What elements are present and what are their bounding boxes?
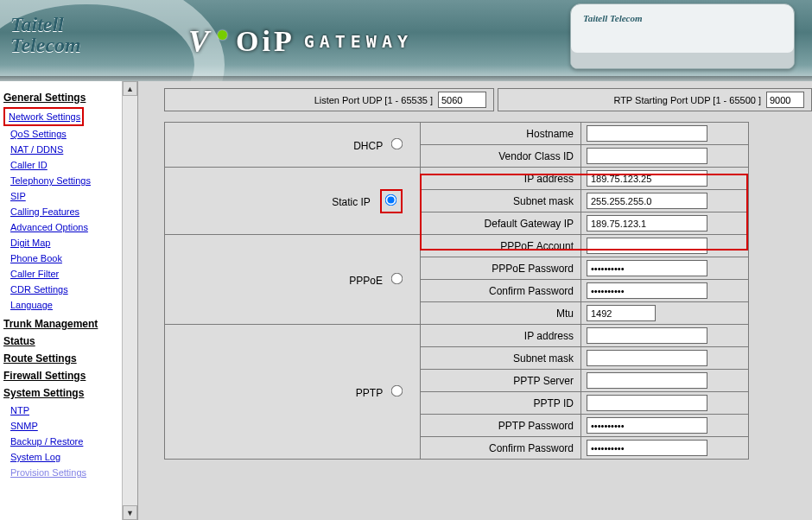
hostname-label: Hostname: [421, 123, 581, 145]
sidebar-scrollbar[interactable]: ▲ ▼: [122, 81, 137, 520]
dhcp-radio[interactable]: [391, 137, 403, 149]
pptp-password-label: PPTP Password: [421, 415, 581, 437]
scroll-down-icon[interactable]: ▼: [123, 505, 137, 520]
sidebar-link-sip[interactable]: SIP: [3, 188, 134, 204]
pptp-label: PPTP: [356, 387, 383, 399]
pptp-server-label: PPTP Server: [421, 370, 581, 392]
logo-word1: OiP: [236, 27, 295, 56]
hostname-input[interactable]: [587, 125, 707, 142]
pptp-ip-label: IP address: [421, 325, 581, 347]
product-logo: V OiP GATEWAY: [188, 26, 413, 57]
pppoe-account-input[interactable]: [587, 238, 707, 254]
rtp-port-label: RTP Starting Port UDP [1 - 65500 ]: [613, 95, 761, 105]
listen-port-input[interactable]: [438, 92, 486, 108]
pppoe-confirm-label: Confirm Password: [421, 280, 581, 302]
pptp-confirm-label: Confirm Password: [421, 437, 581, 460]
pppoe-password-input[interactable]: [587, 260, 707, 276]
pptp-ip-input[interactable]: [587, 327, 707, 344]
ip-address-label: IP address: [421, 168, 581, 190]
brand-name: Taitell Telecom: [10, 14, 81, 55]
gateway-ip-label: Default Gateway IP: [421, 212, 581, 235]
scroll-up-icon[interactable]: ▲: [123, 81, 137, 96]
sidebar-cat-system[interactable]: System Settings: [3, 387, 134, 399]
app-header: Taitell Telecom V OiP GATEWAY Taitell Te…: [0, 0, 812, 81]
sidebar-link-cdr-settings[interactable]: CDR Settings: [3, 282, 134, 297]
sidebar-link-network-settings[interactable]: Network Settings: [7, 109, 80, 124]
sidebar-link-backup-restore[interactable]: Backup / Restore: [3, 434, 134, 449]
pppoe-label: PPPoE: [349, 275, 383, 287]
logo-word2: GATEWAY: [304, 33, 413, 50]
static-group-cell: Static IP: [165, 168, 421, 235]
logo-dot-icon: [218, 30, 227, 40]
vendor-class-input[interactable]: [587, 148, 707, 164]
highlight-network-settings: Network Settings: [3, 107, 84, 126]
sidebar-cat-general[interactable]: General Settings: [3, 92, 134, 104]
pptp-server-input[interactable]: [587, 372, 707, 389]
sidebar-link-calling-features[interactable]: Calling Features: [3, 204, 134, 219]
brand-line2: Telecom: [10, 35, 81, 55]
pppoe-radio[interactable]: [391, 272, 403, 284]
sidebar-cat-trunk[interactable]: Trunk Management: [3, 318, 134, 330]
sidebar-link-qos-settings[interactable]: QoS Settings: [3, 126, 134, 142]
pptp-confirm-input[interactable]: [587, 440, 707, 456]
sidebar-link-advanced-options[interactable]: Advanced Options: [3, 219, 134, 235]
logo-v-icon: V: [188, 26, 209, 57]
network-config-table: DHCP Hostname Vendor Class ID Static IP: [164, 122, 749, 460]
sidebar-link-phone-book[interactable]: Phone Book: [3, 250, 134, 266]
device-brand-label: Taitell Telecom: [583, 13, 643, 23]
rtp-port-cell: RTP Starting Port UDP [1 - 65500 ]: [498, 88, 812, 111]
pppoe-group-cell: PPPoE: [165, 235, 421, 325]
subnet-mask-input[interactable]: [587, 193, 707, 209]
pptp-id-label: PPTP ID: [421, 392, 581, 415]
static-label: Static IP: [332, 196, 370, 208]
pptp-radio[interactable]: [391, 384, 403, 396]
sidebar-link-ntp[interactable]: NTP: [3, 403, 134, 418]
rtp-port-input[interactable]: [766, 92, 804, 108]
sidebar-link-provision-settings[interactable]: Provision Settings: [3, 465, 134, 480]
sidebar-link-nat-ddns[interactable]: NAT / DDNS: [3, 142, 134, 157]
highlight-static-radio: [380, 189, 403, 213]
listen-port-label: Listen Port UDP [1 - 65535 ]: [314, 95, 433, 105]
sidebar-link-system-log[interactable]: System Log: [3, 449, 134, 465]
pppoe-account-label: PPPoE Account: [421, 235, 581, 257]
vendor-class-label: Vendor Class ID: [421, 145, 581, 168]
listen-port-cell: Listen Port UDP [1 - 65535 ]: [164, 88, 494, 111]
sidebar: General Settings Network Settings QoS Se…: [0, 81, 138, 520]
pppoe-password-label: PPPoE Password: [421, 257, 581, 280]
mtu-label: Mtu: [421, 302, 581, 325]
port-row: Listen Port UDP [1 - 65535 ] RTP Startin…: [164, 88, 812, 111]
sidebar-link-caller-filter[interactable]: Caller Filter: [3, 266, 134, 282]
content-area: Listen Port UDP [1 - 65535 ] RTP Startin…: [138, 81, 812, 520]
sidebar-link-language[interactable]: Language: [3, 297, 134, 313]
sidebar-link-digit-map[interactable]: Digit Map: [3, 235, 134, 250]
brand-line1: Taitell: [10, 14, 81, 35]
sidebar-link-caller-id[interactable]: Caller ID: [3, 157, 134, 173]
pptp-mask-label: Subnet mask: [421, 347, 581, 370]
sidebar-link-snmp[interactable]: SNMP: [3, 418, 134, 434]
sidebar-cat-route[interactable]: Route Settings: [3, 352, 134, 365]
pppoe-confirm-input[interactable]: [587, 282, 707, 299]
dhcp-group-cell: DHCP: [165, 123, 421, 168]
pptp-group-cell: PPTP: [165, 325, 421, 460]
device-illustration: Taitell Telecom: [570, 3, 795, 69]
sidebar-cat-firewall[interactable]: Firewall Settings: [3, 370, 134, 382]
subnet-mask-label: Subnet mask: [421, 190, 581, 212]
sidebar-link-telephony-settings[interactable]: Telephony Settings: [3, 173, 134, 188]
ip-address-input[interactable]: [587, 170, 707, 187]
sidebar-cat-status[interactable]: Status: [3, 335, 134, 347]
dhcp-label: DHCP: [353, 140, 383, 152]
pptp-password-input[interactable]: [587, 417, 707, 434]
static-radio[interactable]: [385, 193, 397, 206]
pptp-mask-input[interactable]: [587, 350, 707, 366]
gateway-ip-input[interactable]: [587, 215, 707, 231]
pptp-id-input[interactable]: [587, 395, 707, 411]
mtu-input[interactable]: [587, 305, 656, 321]
